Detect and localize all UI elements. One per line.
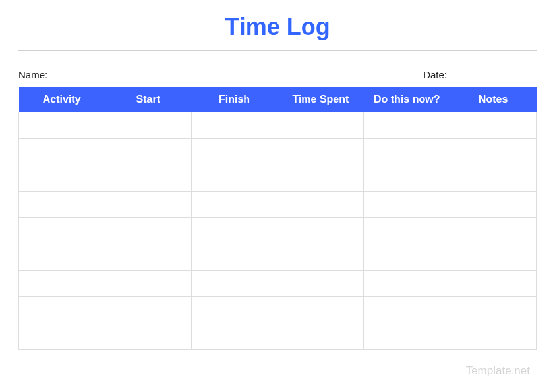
col-notes: Notes xyxy=(450,87,537,112)
table-cell[interactable] xyxy=(105,270,191,296)
table-cell[interactable] xyxy=(450,191,537,217)
table-cell[interactable] xyxy=(105,165,191,191)
col-do-this-now: Do this now? xyxy=(364,87,450,112)
table-cell[interactable] xyxy=(364,270,450,296)
table-cell[interactable] xyxy=(191,270,278,296)
table-cell[interactable] xyxy=(450,244,537,270)
table-cell[interactable] xyxy=(191,244,278,270)
table-cell[interactable] xyxy=(278,296,364,323)
table-cell[interactable] xyxy=(191,323,278,349)
table-cell[interactable] xyxy=(191,138,278,165)
date-label: Date: xyxy=(423,69,451,80)
table-row xyxy=(19,191,537,217)
table-cell[interactable] xyxy=(19,217,105,244)
table-cell[interactable] xyxy=(105,112,191,138)
table-cell[interactable] xyxy=(19,270,105,296)
table-cell[interactable] xyxy=(191,165,278,191)
table-cell[interactable] xyxy=(105,296,191,323)
col-activity: Activity xyxy=(19,87,105,112)
name-label: Name: xyxy=(18,69,51,80)
table-cell[interactable] xyxy=(278,217,364,244)
table-cell[interactable] xyxy=(278,270,364,296)
table-cell[interactable] xyxy=(105,217,191,244)
time-log-table: Activity Start Finish Time Spent Do this… xyxy=(18,87,537,350)
table-cell[interactable] xyxy=(278,165,364,191)
table-cell[interactable] xyxy=(105,323,191,349)
col-time-spent: Time Spent xyxy=(278,87,364,112)
table-row xyxy=(19,165,537,191)
table-cell[interactable] xyxy=(364,191,450,217)
table-cell[interactable] xyxy=(105,191,191,217)
table-cell[interactable] xyxy=(19,165,105,191)
table-cell[interactable] xyxy=(105,138,191,165)
col-finish: Finish xyxy=(191,87,278,112)
table-cell[interactable] xyxy=(191,217,278,244)
table-header-row: Activity Start Finish Time Spent Do this… xyxy=(19,87,537,112)
table-cell[interactable] xyxy=(364,138,450,165)
table-row xyxy=(19,323,537,349)
table-cell[interactable] xyxy=(450,217,537,244)
table-cell[interactable] xyxy=(105,244,191,270)
table-cell[interactable] xyxy=(19,296,105,323)
table-row xyxy=(19,138,537,165)
table-row xyxy=(19,270,537,296)
table-cell[interactable] xyxy=(450,296,537,323)
table-cell[interactable] xyxy=(450,165,537,191)
name-field: Name: xyxy=(18,69,163,80)
table-cell[interactable] xyxy=(364,296,450,323)
table-cell[interactable] xyxy=(450,270,537,296)
table-cell[interactable] xyxy=(19,244,105,270)
table-cell[interactable] xyxy=(364,323,450,349)
table-cell[interactable] xyxy=(450,323,537,349)
table-cell[interactable] xyxy=(278,138,364,165)
table-row xyxy=(19,217,537,244)
table-cell[interactable] xyxy=(364,217,450,244)
table-cell[interactable] xyxy=(191,191,278,217)
table-cell[interactable] xyxy=(191,112,278,138)
table-cell[interactable] xyxy=(364,112,450,138)
table-cell[interactable] xyxy=(450,138,537,165)
table-cell[interactable] xyxy=(278,191,364,217)
date-input-line[interactable] xyxy=(451,70,537,80)
meta-row: Name: Date: xyxy=(18,69,537,80)
table-row xyxy=(19,296,537,323)
table-cell[interactable] xyxy=(364,165,450,191)
name-input-line[interactable] xyxy=(51,70,163,80)
watermark: Template.net xyxy=(466,364,530,378)
table-cell[interactable] xyxy=(278,323,364,349)
date-field: Date: xyxy=(423,69,537,80)
table-cell[interactable] xyxy=(191,296,278,323)
table-cell[interactable] xyxy=(278,244,364,270)
table-cell[interactable] xyxy=(278,112,364,138)
table-cell[interactable] xyxy=(19,323,105,349)
table-cell[interactable] xyxy=(450,112,537,138)
table-cell[interactable] xyxy=(19,138,105,165)
table-row xyxy=(19,244,537,270)
col-start: Start xyxy=(105,87,191,112)
table-cell[interactable] xyxy=(19,112,105,138)
table-cell[interactable] xyxy=(364,244,450,270)
table-cell[interactable] xyxy=(19,191,105,217)
table-row xyxy=(19,112,537,138)
page-title: Time Log xyxy=(18,13,537,51)
